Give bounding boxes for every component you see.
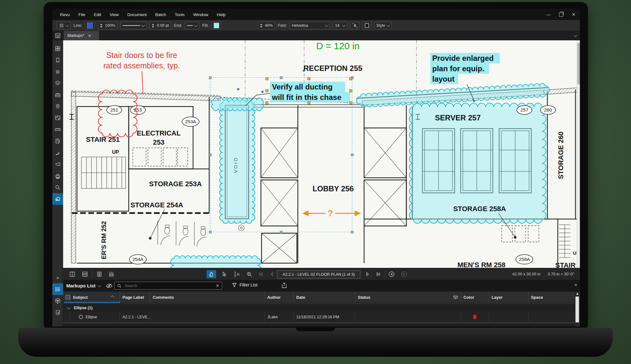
sidebar-item-studio[interactable] xyxy=(52,193,63,205)
filter-list-button[interactable]: Filter List xyxy=(232,282,257,287)
previous-view-button[interactable] xyxy=(387,270,396,278)
first-page-button[interactable] xyxy=(256,270,266,278)
sidebar-item-flags[interactable] xyxy=(52,159,63,170)
sidebar-item-measurements[interactable] xyxy=(52,124,63,136)
sidebar-item-properties[interactable] xyxy=(52,66,63,78)
drawing-canvas[interactable]: STAIR 251 UP ELECTRICAL 253 STORAGE 253A… xyxy=(63,40,580,268)
fit-page-button[interactable] xyxy=(95,270,104,278)
sidebar-item-markups[interactable] xyxy=(52,136,63,147)
column-page-label[interactable]: Page Label xyxy=(120,292,150,303)
split-vertical-button[interactable] xyxy=(68,270,77,278)
pan-tool-button[interactable] xyxy=(207,270,216,278)
javascript-panel-button[interactable]: JS xyxy=(52,307,63,318)
sidebar-item-spaces[interactable] xyxy=(52,112,63,124)
sidebar-item-thumbnails[interactable] xyxy=(52,43,63,55)
chevron-down-icon[interactable] xyxy=(97,283,101,287)
sidebar-item-bookmarks[interactable] xyxy=(52,55,63,66)
fit-width-button[interactable] xyxy=(107,270,116,278)
menu-edit[interactable]: Edit xyxy=(94,12,101,17)
panel-scrollbar[interactable] xyxy=(575,292,580,326)
cloud-bottom-strip[interactable] xyxy=(171,256,261,268)
font-size-value: 14 xyxy=(335,23,339,28)
minimize-button[interactable]: — xyxy=(546,12,551,17)
sidebar-item-signatures[interactable] xyxy=(52,147,63,159)
clear-search-icon[interactable]: ✕ xyxy=(216,283,219,288)
column-color[interactable]: Color xyxy=(461,292,489,303)
last-page-button[interactable] xyxy=(374,270,383,278)
page-navigator[interactable]: A2.2.1 - LEVEL 02 FLOOR PLAN (1 of 3) xyxy=(277,270,360,279)
font-size-dropdown[interactable]: 14 xyxy=(333,22,347,29)
style-dropdown[interactable]: Style xyxy=(374,22,392,29)
markup-row-ellipse[interactable]: Ellipse A2.2.1 - LEVE... JLake 11/18/202… xyxy=(63,312,574,322)
font-dropdown[interactable]: Helvetica xyxy=(290,22,330,29)
cloud-reception-band[interactable] xyxy=(211,98,264,111)
fill-opacity-stepper[interactable]: 40% xyxy=(258,22,275,29)
markups-list-title[interactable]: Markups List xyxy=(66,283,96,288)
split-horizontal-button[interactable] xyxy=(80,270,90,278)
expand-panel-button[interactable]: » xyxy=(52,272,63,283)
previous-page-button[interactable] xyxy=(267,270,276,278)
sidebar-item-sets[interactable] xyxy=(52,170,63,182)
row-color[interactable] xyxy=(461,312,489,322)
panel-expand-icon[interactable]: » xyxy=(575,282,577,287)
line-color-button[interactable] xyxy=(85,22,95,29)
autosize-text-button[interactable]: A xyxy=(350,22,360,29)
panel-scrollbar-thumb[interactable] xyxy=(575,297,579,322)
menu-batch[interactable]: Batch xyxy=(155,12,166,17)
column-checkbox[interactable] xyxy=(63,292,70,303)
column-comments[interactable]: Comments xyxy=(150,292,265,303)
restroom-fixtures xyxy=(158,221,244,246)
line-width-stepper[interactable]: 0.00 pt xyxy=(150,22,171,29)
green-dimension-text[interactable]: D = 120 in xyxy=(316,41,360,51)
line-style-dropdown[interactable] xyxy=(120,22,147,29)
column-date[interactable]: Date xyxy=(294,292,355,303)
menu-document[interactable]: Document xyxy=(127,12,147,17)
close-button[interactable]: ✕ xyxy=(572,12,575,17)
column-space[interactable]: Space xyxy=(528,292,574,303)
zoom-tool-button[interactable] xyxy=(245,270,254,278)
tab-markups[interactable]: Markups* ✕ xyxy=(64,31,99,40)
markups-search[interactable]: ✕ xyxy=(114,282,222,290)
column-author[interactable]: Author xyxy=(265,292,294,303)
column-subject[interactable]: Subject xyxy=(70,292,120,303)
column-layer[interactable]: Layer xyxy=(489,292,528,303)
menu-window[interactable]: Window xyxy=(193,12,208,17)
markups-table-header: Subject Page Label Comments Author Date … xyxy=(63,292,574,303)
menu-revu[interactable]: Revu xyxy=(60,12,70,17)
tab-close-icon[interactable]: ✕ xyxy=(88,33,91,38)
next-page-button[interactable] xyxy=(363,270,372,278)
column-status[interactable]: Status xyxy=(355,292,461,303)
markup-group-row[interactable]: Ellipse (1) xyxy=(63,303,574,312)
group-collapse-icon[interactable] xyxy=(67,306,70,309)
fill-opacity-value: 40% xyxy=(265,23,273,28)
menu-help[interactable]: Help xyxy=(217,12,226,17)
menu-tools[interactable]: Tools xyxy=(175,12,185,17)
tabbar-overflow-chevron-icon[interactable] xyxy=(574,33,577,37)
3d-model-panel-button[interactable]: 3D xyxy=(52,295,63,307)
search-input[interactable] xyxy=(124,283,213,288)
menu-view[interactable]: View xyxy=(110,12,119,17)
color-swatch[interactable] xyxy=(473,315,476,319)
text-color-button[interactable] xyxy=(363,22,371,29)
menu-file[interactable]: File xyxy=(79,12,86,17)
line-opacity-stepper[interactable]: 100% xyxy=(98,22,117,29)
sidebar-item-search[interactable] xyxy=(52,182,63,193)
markups-list-panel-button[interactable] xyxy=(52,283,63,295)
hide-markups-icon[interactable] xyxy=(106,283,113,289)
export-summary-button[interactable] xyxy=(281,282,287,290)
line-end-dropdown[interactable] xyxy=(185,22,199,29)
tool-select-dropdown[interactable] xyxy=(57,22,71,29)
status-filter-icon[interactable] xyxy=(453,295,458,299)
sidebar-item-places[interactable] xyxy=(52,101,63,112)
cloud-markups-cyan[interactable] xyxy=(171,83,550,268)
restore-button[interactable] xyxy=(559,13,563,17)
canvas-scrollbar[interactable] xyxy=(577,40,580,268)
panel-toggle-icon[interactable] xyxy=(52,31,63,40)
sidebar-item-layers[interactable] xyxy=(52,78,63,89)
canvas-scrollbar-thumb[interactable] xyxy=(577,43,580,84)
select-cursor-button[interactable] xyxy=(219,270,229,278)
text-select-button[interactable]: A xyxy=(232,270,241,278)
fill-color-button[interactable] xyxy=(211,22,221,29)
sidebar-item-tool-chest[interactable] xyxy=(52,89,63,101)
next-view-button[interactable] xyxy=(399,270,409,278)
